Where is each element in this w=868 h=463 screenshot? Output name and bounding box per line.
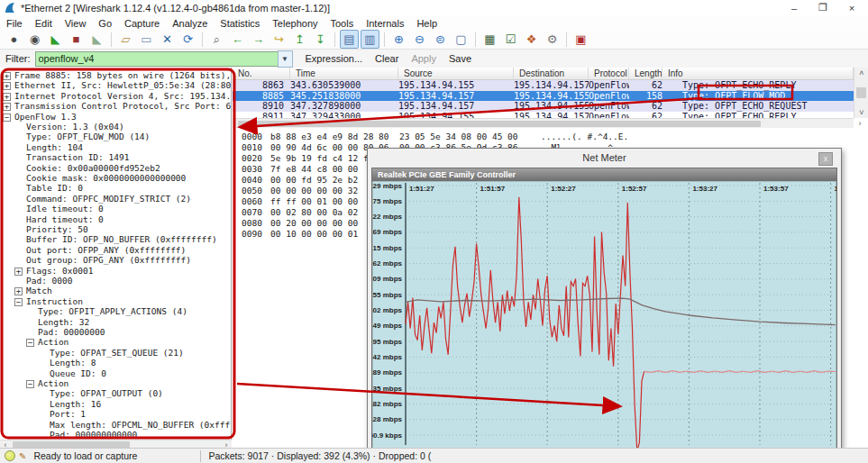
net-meter-close-button[interactable]: x (818, 152, 833, 166)
stop-capture-button[interactable]: ■ (67, 30, 86, 49)
tree-line[interactable]: Priority: 50 (0, 224, 88, 234)
menu-analyze[interactable]: Analyze (166, 18, 214, 29)
go-to-top-button[interactable]: ↥ (290, 30, 309, 49)
tree-line[interactable]: −OpenFlow 1.3 (0, 112, 77, 122)
collapse-icon[interactable]: − (14, 298, 23, 306)
packet-row-8863[interactable]: 8863343.630539000195.134.94.155195.134.9… (233, 80, 854, 91)
capture-filters-button[interactable]: ▦ (480, 30, 499, 49)
menu-go[interactable]: Go (92, 18, 118, 29)
help-button[interactable]: ▣ (571, 30, 590, 49)
capture-options-button[interactable]: ◉ (25, 30, 44, 49)
tree-line[interactable]: +Internet Protocol Version 4, Src: 195.1… (0, 91, 232, 101)
packet-list-hscroll-thumb[interactable] (238, 121, 761, 127)
collapse-icon[interactable]: − (26, 380, 34, 388)
zoom-out-button[interactable]: ⊖ (410, 30, 429, 49)
details-hscroll-thumb[interactable] (13, 441, 130, 448)
zoom-in-button[interactable]: ⊕ (389, 30, 408, 49)
open-file-button[interactable]: ▱ (116, 30, 135, 49)
tree-line[interactable]: +Frame 8885: 158 bytes on wire (1264 bit… (0, 70, 232, 80)
restart-capture-button[interactable]: ◣ (87, 30, 106, 49)
tree-line[interactable]: Port: 1 (0, 409, 86, 419)
tree-line[interactable]: +Flags: 0x0001 (0, 266, 93, 276)
column-header-no[interactable]: No. (233, 68, 290, 79)
tree-line[interactable]: Length: 8 (0, 358, 96, 368)
tree-line[interactable]: Pad: 0000 (0, 276, 72, 286)
reload-button[interactable]: ⟳ (178, 30, 197, 49)
column-header-source[interactable]: Source (398, 68, 514, 79)
capture-comment-icon[interactable]: ✎ (19, 451, 26, 461)
scroll-up-icon[interactable]: ˄ (856, 68, 867, 77)
colorize-button[interactable]: ▤ (340, 30, 359, 49)
tree-line[interactable]: Type: OFPAT_SET_QUEUE (21) (0, 348, 184, 358)
tree-line[interactable]: Version: 1.3 (0x04) (0, 122, 124, 132)
tree-line[interactable]: Max length: OFPCML_NO_BUFFER (0xffff) (0, 420, 232, 430)
packet-list-vscroll-thumb[interactable] (856, 87, 866, 98)
menu-edit[interactable]: Edit (29, 18, 59, 29)
column-header-length[interactable]: Length (629, 68, 662, 79)
packet-row-8885-selected[interactable]: 8885345.251838000195.134.94.157195.134.9… (233, 91, 854, 102)
expand-icon[interactable]: + (14, 287, 23, 295)
expand-icon[interactable]: + (3, 82, 11, 90)
zoom-100-button[interactable]: ⊜ (431, 30, 450, 49)
collapse-icon[interactable]: − (26, 339, 34, 347)
go-back-button[interactable]: ← (228, 30, 247, 49)
tree-line[interactable]: Cookie mask: 0x0000000000000000 (0, 173, 186, 183)
expand-icon[interactable]: + (14, 268, 23, 276)
filter-input[interactable] (35, 51, 279, 67)
resize-columns-button[interactable]: ▢ (452, 30, 471, 49)
coloring-rules-button[interactable]: ❖ (522, 30, 541, 49)
tree-line[interactable]: Out port: OFPP_ANY (0xffffffff) (0, 245, 186, 255)
tree-line[interactable]: −Instruction (0, 296, 83, 306)
column-header-destination[interactable]: Destination (514, 68, 589, 79)
menu-telephony[interactable]: Telephony (266, 18, 324, 29)
tree-line[interactable]: Command: OFPFC_MODIFY_STRICT (2) (0, 194, 191, 204)
expert-info-led-icon[interactable] (5, 450, 15, 461)
menu-view[interactable]: View (59, 18, 93, 29)
go-to-bottom-button[interactable]: ↧ (311, 30, 330, 49)
packet-list-header[interactable]: No.TimeSourceDestinationProtocolLengthIn… (233, 68, 854, 80)
tree-line[interactable]: Table ID: 0 (0, 183, 83, 193)
display-filters-button[interactable]: ☑ (501, 30, 520, 49)
filter-apply-button[interactable]: Apply (411, 53, 436, 64)
tree-line[interactable]: Cookie: 0x00a00000fd952eb2 (0, 163, 160, 173)
packet-list-vscrollbar[interactable]: ˄ ˅ (854, 68, 868, 118)
tree-line[interactable]: Length: 104 (0, 142, 83, 152)
maximize-button[interactable]: ❐ (809, 0, 837, 15)
go-to-packet-button[interactable]: ↪ (270, 30, 288, 49)
tree-line[interactable]: Pad: 000000000000 (0, 430, 137, 440)
filter-expression-button[interactable]: Expression... (306, 53, 363, 64)
filter-save-button[interactable]: Save (449, 53, 471, 64)
tree-line[interactable]: Length: 16 (0, 399, 101, 409)
menu-help[interactable]: Help (410, 18, 443, 29)
tree-line[interactable]: Buffer ID: OFP_NO_BUFFER (0xffffffff) (0, 234, 217, 244)
start-capture-button[interactable]: ◣ (46, 30, 65, 49)
minimize-button[interactable]: – (780, 0, 809, 15)
scroll-down-icon[interactable]: ˅ (856, 108, 867, 117)
tree-line[interactable]: +Ethernet II, Src: HewlettP_05:5e:34 (28… (0, 80, 232, 90)
title-bar[interactable]: *Ethernet 2 [Wireshark 1.12.4 (v1.12.4-0… (0, 0, 868, 16)
find-packet-button[interactable]: ⌕ (207, 30, 226, 49)
menu-tools[interactable]: Tools (324, 18, 361, 29)
expand-icon[interactable]: + (3, 72, 11, 80)
filter-clear-button[interactable]: Clear (375, 53, 398, 64)
preferences-button[interactable]: ⚙ (543, 30, 562, 49)
expand-icon[interactable]: + (3, 93, 11, 101)
filter-dropdown-arrow-icon[interactable]: ▼ (278, 50, 293, 68)
close-file-button[interactable]: ✕ (158, 30, 177, 49)
tree-line[interactable]: Queue ID: 0 (0, 368, 106, 378)
tree-line[interactable]: +Transmission Control Protocol, Src Port… (0, 101, 232, 111)
tree-line[interactable]: Type: OFPAT_OUTPUT (0) (0, 388, 163, 398)
menu-capture[interactable]: Capture (118, 18, 166, 29)
expand-icon[interactable]: + (3, 103, 11, 111)
list-interfaces-button[interactable]: ● (5, 30, 23, 49)
column-header-protocol[interactable]: Protocol (589, 68, 629, 79)
tree-line[interactable]: Transaction ID: 1491 (0, 152, 129, 162)
tree-line[interactable]: −Action (0, 378, 69, 388)
scroll-right-icon[interactable]: › (854, 119, 865, 128)
go-forward-button[interactable]: → (249, 30, 268, 49)
packet-row-8910[interactable]: 8910347.327898000195.134.94.157195.134.9… (233, 101, 854, 112)
tree-line[interactable]: +Match (0, 286, 52, 295)
menu-internals[interactable]: Internals (360, 18, 410, 29)
tree-line[interactable]: Hard timeout: 0 (0, 214, 104, 224)
tree-line[interactable]: Idle timeout: 0 (0, 204, 104, 213)
